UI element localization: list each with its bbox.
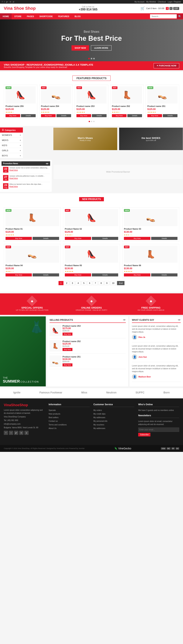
promo-news-arrows[interactable]: ◀▶ [46,162,49,164]
buy-btn-2[interactable]: Buy Now [41,114,56,117]
footer-info-about[interactable]: About Us [49,427,90,430]
new-details-btn-2[interactable]: Details [92,237,118,240]
page-btn-5[interactable]: 5 [81,281,86,285]
social-twitter[interactable]: t [4,1,5,3]
search-input[interactable] [150,14,177,18]
category-kids[interactable]: KID'S+ [0,143,23,148]
footer-social-fb[interactable]: f [4,431,8,435]
footer-cs-orders[interactable]: My orders [93,409,134,412]
footer-cs-vouchers[interactable]: My vouchers [93,423,134,426]
promo-wide-banner[interactable]: Wide Promotional Banner [53,164,183,180]
details-btn-2[interactable]: Details [56,114,71,117]
social-youtube[interactable]: yt [13,1,14,3]
currency-eur[interactable]: € [169,7,172,10]
hero-shop-btn[interactable]: SHOP NEW [72,45,89,50]
page-btn-1[interactable]: 1 [59,281,64,285]
brand-miss[interactable]: Miss [81,391,87,394]
newsletter-email-input[interactable] [138,428,179,432]
brand-ignite[interactable]: Ignite [13,391,20,394]
footer-social-in[interactable]: in [19,431,24,435]
details-btn-4[interactable]: Details [127,114,142,117]
fp-dot-1[interactable] [89,121,90,122]
buy-btn-4[interactable]: Buy Now [112,114,127,117]
footer-info-best[interactable]: Best sellers [49,416,90,419]
page-btn-6[interactable]: 6 [87,281,92,285]
new-details-btn-6[interactable]: Details [151,274,177,276]
new-buy-btn-5[interactable]: Buy Now [65,274,91,276]
footer-cs-address2[interactable]: My addresses [93,427,134,430]
footer-info-contact[interactable]: Contact us [49,420,90,423]
news-read-more-1[interactable]: Read More [9,169,49,171]
footer-cs-addresses[interactable]: My addresses [93,416,134,419]
checkout-link[interactable]: Checkout [158,1,166,3]
category-mens[interactable]: MEN'S+ [0,138,23,143]
new-buy-btn-6[interactable]: Buy Now [124,274,150,276]
buy-btn-5[interactable]: Buy Now [147,114,162,117]
footer-social-pi[interactable]: p [24,431,29,435]
new-buy-btn-2[interactable]: Buy Now [65,237,91,240]
hero-learn-btn[interactable]: LEARN MORE [91,45,111,50]
nav-shortcode[interactable]: SHORTCODE [37,13,55,20]
social-linkedin[interactable]: in [10,1,11,3]
footer-cs-credits[interactable]: My credit slips [93,412,134,416]
selling-buy-btn-1[interactable]: Buy Now [63,332,72,336]
wishlist-link[interactable]: My Wishlist [146,1,156,3]
selling-buy-btn-2[interactable]: Buy Now [63,348,72,351]
my-account-link[interactable]: My Account [134,1,144,3]
page-btn-4[interactable]: 4 [76,281,81,285]
news-read-more-3[interactable]: Read More [9,186,43,188]
category-boys[interactable]: BOYS+ [0,153,23,158]
page-btn-10[interactable]: 10 [110,281,116,285]
new-buy-btn-4[interactable]: Buy Now [6,274,32,276]
nav-store[interactable]: STORE [12,13,24,20]
page-btn-7[interactable]: 7 [93,281,98,285]
buy-btn-1[interactable]: Buy Now [6,114,20,117]
new-details-btn-1[interactable]: Details [33,237,59,240]
buy-btn-3[interactable]: Buy Now [76,114,91,117]
selling-buy-btn-3[interactable]: Buy Now [63,364,72,366]
news-read-more-2[interactable]: Read More [9,177,45,179]
currency-gbp[interactable]: GBP [173,7,179,10]
new-buy-btn-3[interactable]: Buy Now [124,237,150,240]
new-details-btn-5[interactable]: Details [92,274,118,276]
details-btn-1[interactable]: Details [21,114,36,117]
search-button[interactable]: 🔍 [177,14,183,19]
page-btn-3[interactable]: 3 [70,281,75,285]
footer-cs-personal[interactable]: My personal info [93,420,134,423]
brand-neutron[interactable]: Neutron [106,391,117,394]
mens-shoes-banner[interactable]: Men's Shoes Ready to shop [53,128,117,150]
page-end-btn[interactable]: End [117,281,125,285]
footer-social-gp[interactable]: g+ [14,431,18,435]
hero-dot-2[interactable] [91,58,92,59]
selling-arrows[interactable]: ◀▶ [123,319,126,321]
brand-born[interactable]: Born [163,391,170,394]
testimonials-arrows[interactable]: ◀▶ [178,319,181,321]
nav-pages[interactable]: PAGES [24,13,37,20]
details-btn-5[interactable]: Details [163,114,177,117]
currency-usd[interactable]: $ [166,7,169,10]
newsletter-submit-btn[interactable]: Subscribe [138,433,150,436]
new-buy-btn-1[interactable]: Buy Now [6,237,32,240]
page-btn-8[interactable]: 8 [99,281,103,285]
category-womens[interactable]: WOMEN'S+ [0,132,23,138]
best-shoes-banner[interactable]: the best SHOES up to 50% off [119,128,183,150]
footer-info-new[interactable]: New products [49,412,90,416]
brand-famous[interactable]: Famous Footwear [40,391,62,394]
logo[interactable]: Vina Shoe Shop [4,6,36,11]
new-details-btn-3[interactable]: Details [151,237,177,240]
new-details-btn-4[interactable]: Details [33,274,59,276]
footer-info-terms[interactable]: Terms and conditions [49,423,90,426]
footer-social-tw[interactable]: t [9,431,13,435]
hero-dot-3[interactable] [93,58,95,59]
page-btn-9[interactable]: 9 [104,281,109,285]
nav-features[interactable]: FEATURES [56,13,72,20]
brand-suffc[interactable]: SUFFC [135,391,144,394]
nav-blog[interactable]: BLOG [72,13,83,20]
login-link[interactable]: Login / Register [168,1,181,3]
fp-dot-3[interactable] [93,121,95,122]
details-btn-3[interactable]: Details [92,114,107,117]
promo-purchase-btn[interactable]: ✦ PURCHASE NOW [154,63,179,68]
hero-dot-1[interactable] [88,58,90,59]
page-btn-2[interactable]: 2 [64,281,69,285]
fp-dot-2[interactable] [91,121,92,122]
